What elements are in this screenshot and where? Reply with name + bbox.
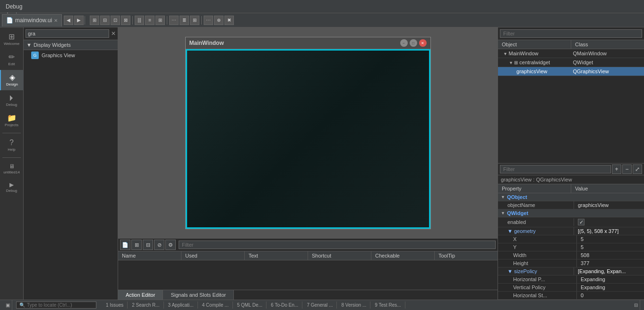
action-paste-button[interactable]: ⊟ <box>143 240 153 250</box>
toolbar-btn-9[interactable]: ≣ <box>180 16 189 25</box>
toolbar-btn-3[interactable]: ⊡ <box>111 16 120 25</box>
prop-row-horizontal-stretch[interactable]: Horizontal St... 0 <box>498 292 644 300</box>
qobject-arrow-icon: ▼ <box>501 195 505 199</box>
widget-item-graphics-view[interactable]: G Graphics View <box>24 50 118 60</box>
prop-row-objectname[interactable]: objectName graphicsView <box>498 201 644 209</box>
tab-left-arrow[interactable]: ◀ <box>64 16 73 25</box>
prop-row-sizepolicy[interactable]: ▼ sizePolicy [Expanding, Expan... <box>498 267 644 276</box>
toolbar-btn-7[interactable]: ⊞ <box>155 16 165 25</box>
widget-search-input[interactable] <box>26 29 109 38</box>
status-tab-application[interactable]: 3 Applicati... <box>164 301 198 309</box>
form-close-button[interactable]: ✕ <box>419 39 427 47</box>
toolbar-btn-8[interactable]: ⋯ <box>169 16 179 25</box>
sidebar-item-welcome[interactable]: ⊞ Welcome <box>0 29 24 50</box>
toolbar-btn-1[interactable]: ⊞ <box>90 16 99 25</box>
widget-search-clear-icon[interactable]: ✕ <box>111 30 116 37</box>
prop-row-enabled[interactable]: enabled ✓ <box>498 217 644 227</box>
bottom-panel: 📄 ⊞ ⊟ ⊘ ⚙ Name Used Text Shortcut Checka… <box>118 238 498 300</box>
toolbar-btn-11[interactable]: ⋯ <box>204 16 213 25</box>
object-filter-input[interactable] <box>500 29 642 38</box>
form-titlebar: MainWindow − □ ✕ <box>186 37 430 49</box>
activity-sep-2 <box>2 157 21 158</box>
form-canvas[interactable] <box>186 49 430 229</box>
active-tab[interactable]: 📄 mainwindow.ui ✕ <box>2 14 62 26</box>
status-bar: ▣ 🔍 1 Issues 2 Search R... 3 Applicati..… <box>0 300 644 310</box>
toolbar-btn-4[interactable]: ⊠ <box>121 16 130 25</box>
sidebar-item-edit[interactable]: ✏ Edit <box>0 50 24 70</box>
toolbar-btn-12[interactable]: ⊕ <box>214 16 223 25</box>
col-name: Name <box>118 251 181 260</box>
prop-row-width[interactable]: Width 508 <box>498 251 644 259</box>
toolbar-btn-5[interactable]: ||| <box>135 16 144 25</box>
toolbar-btn-13[interactable]: ✖ <box>224 16 234 25</box>
toolbar-btn-6[interactable]: ≡ <box>145 16 155 25</box>
centralwidget-name: centralwidget <box>519 60 550 65</box>
status-tab-general[interactable]: 7 General ... <box>303 301 337 309</box>
prop-remove-button[interactable]: − <box>622 164 632 174</box>
form-minimize-button[interactable]: − <box>400 39 408 47</box>
object-row-graphicsview[interactable]: graphicsView QGraphicsView <box>498 67 644 76</box>
tab-close-icon[interactable]: ✕ <box>54 18 58 23</box>
object-row-centralwidget[interactable]: ▼ ⊞ centralwidget QWidget <box>498 58 644 67</box>
object-row-mainwindow[interactable]: ▼ MainWindow QMainWindow <box>498 49 644 58</box>
prop-row-horizontal-policy[interactable]: Horizontal P... Expanding <box>498 276 644 284</box>
sidebar-item-debug[interactable]: ⏵ Debug <box>0 90 24 111</box>
prop-row-y[interactable]: Y 5 <box>498 243 644 251</box>
form-maximize-button[interactable]: □ <box>410 39 417 47</box>
menu-item-debug[interactable]: Debug <box>2 2 30 11</box>
qobject-section-label: QObject <box>507 194 527 200</box>
sidebar-item-debug2[interactable]: ▶ Debug <box>0 178 24 197</box>
sidebar-item-design[interactable]: ◈ Design <box>0 70 24 90</box>
sidebar-item-help[interactable]: ? Help <box>0 135 24 155</box>
status-tab-todo[interactable]: 6 To-Do En... <box>267 301 302 309</box>
status-tab-compile[interactable]: 4 Compile ... <box>198 301 233 309</box>
prop-row-vertical-policy[interactable]: Vertical Policy Expanding <box>498 284 644 292</box>
prop-name-enabled: enabled <box>498 218 574 226</box>
graphics-view-label: Graphics View <box>42 52 75 58</box>
object-cell-name-centralwidget: ▼ ⊞ centralwidget <box>498 59 571 66</box>
prop-name-height: Height <box>498 259 577 267</box>
tab-action-editor[interactable]: Action Editor <box>118 290 163 300</box>
status-search-input[interactable] <box>27 302 93 308</box>
status-tab-version[interactable]: 8 Version ... <box>337 301 370 309</box>
col-used: Used <box>181 251 245 260</box>
activity-bar: ⊞ Welcome ✏ Edit ◈ Design ⏵ Debug 📁 Proj… <box>0 27 24 300</box>
prop-value-sizepolicy: [Expanding, Expan... <box>574 267 644 275</box>
col-tooltip: ToolTip <box>435 251 498 260</box>
status-tab-issues[interactable]: 1 Issues <box>102 301 128 309</box>
prop-expand-button[interactable]: ⤢ <box>633 164 642 174</box>
prop-section-qobject[interactable]: ▼ QObject <box>498 193 644 201</box>
prop-filter-input[interactable] <box>500 165 611 173</box>
prop-name-x: X <box>498 235 577 243</box>
action-filter-input[interactable] <box>179 241 496 249</box>
prop-section-qwidget[interactable]: ▼ QWidget <box>498 209 644 217</box>
col-checkable: Checkable <box>371 251 435 260</box>
status-right-icon[interactable]: ⊟ <box>632 300 640 310</box>
widget-category-display[interactable]: ▼ Display Widgets <box>24 40 118 50</box>
tab-signals-slots[interactable]: Signals and Slots Editor <box>163 290 234 300</box>
toolbar-btn-10[interactable]: ⊞ <box>190 16 199 25</box>
prop-check-enabled[interactable]: ✓ <box>578 219 584 225</box>
prop-row-geometry[interactable]: ▼ geometry [(5, 5), 508 x 377] <box>498 227 644 235</box>
action-add-button[interactable]: 📄 <box>120 240 130 250</box>
toolbar-btn-2[interactable]: ⊟ <box>100 16 110 25</box>
status-tab-test[interactable]: 9 Test Res... <box>371 301 405 309</box>
sidebar-item-projects[interactable]: 📁 Projects <box>0 111 24 131</box>
prop-row-height[interactable]: Height 377 <box>498 259 644 267</box>
action-copy-button[interactable]: ⊞ <box>131 240 142 250</box>
monitor-icon: 🖥 <box>9 164 15 169</box>
sidebar-item-untitled[interactable]: 🖥 untitled14 <box>0 160 24 178</box>
edit-icon: ✏ <box>9 53 15 61</box>
action-delete-button[interactable]: ⊘ <box>154 240 164 250</box>
edit-label: Edit <box>9 62 15 66</box>
tab-right-arrow[interactable]: ▶ <box>74 16 84 25</box>
prop-value-objectname: graphicsView <box>574 201 644 209</box>
prop-row-x[interactable]: X 5 <box>498 235 644 243</box>
status-tab-search[interactable]: 2 Search R... <box>128 301 163 309</box>
toolbar-sep-4 <box>201 16 202 25</box>
action-settings-button[interactable]: ⚙ <box>165 240 176 250</box>
prop-filter-bar: + − ⤢ <box>498 164 644 175</box>
prop-add-button[interactable]: + <box>612 164 621 174</box>
status-tab-qml[interactable]: 5 QML De... <box>233 301 267 309</box>
prop-value-height: 377 <box>577 259 644 267</box>
